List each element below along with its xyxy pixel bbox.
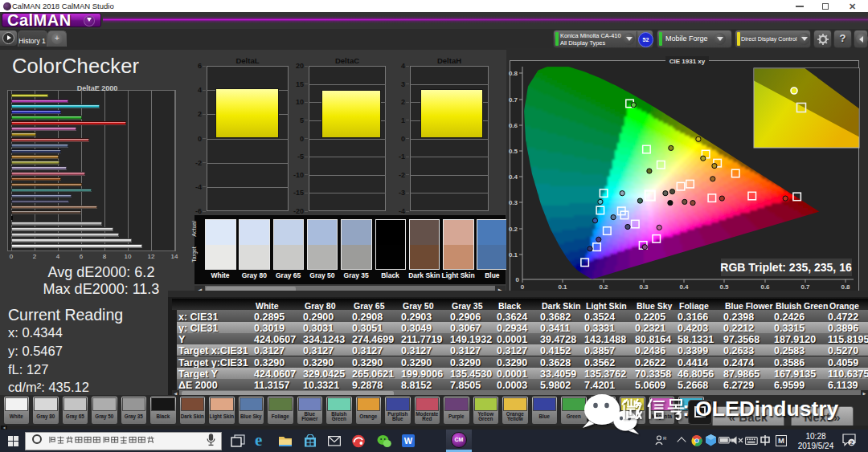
svg-text:0.6: 0.6	[509, 122, 518, 129]
svg-text:0: 0	[516, 276, 520, 283]
svg-text:0.2: 0.2	[599, 283, 608, 291]
svg-text:0.8: 0.8	[841, 283, 850, 291]
svg-text:0.5: 0.5	[509, 148, 518, 155]
svg-text:0.6: 0.6	[760, 283, 770, 291]
svg-text:0.4: 0.4	[679, 283, 689, 291]
svg-text:0.1: 0.1	[558, 283, 567, 291]
svg-text:2: 2	[850, 439, 854, 446]
svg-text:0.1: 0.1	[509, 251, 518, 259]
svg-text:0.7: 0.7	[800, 283, 810, 291]
svg-text:0.7: 0.7	[509, 96, 518, 104]
svg-text:RGB Triplet: 235, 235, 16: RGB Triplet: 235, 235, 16	[720, 261, 852, 274]
svg-text:0.8: 0.8	[509, 70, 518, 77]
svg-text:0.3: 0.3	[639, 283, 649, 291]
svg-text:CIE 1931 xy: CIE 1931 xy	[669, 58, 706, 65]
svg-text:0.3: 0.3	[509, 199, 518, 206]
svg-text:0.5: 0.5	[719, 283, 729, 291]
svg-text:0.4: 0.4	[509, 173, 518, 181]
svg-text:0: 0	[521, 283, 525, 291]
svg-text:0.2: 0.2	[509, 226, 518, 233]
